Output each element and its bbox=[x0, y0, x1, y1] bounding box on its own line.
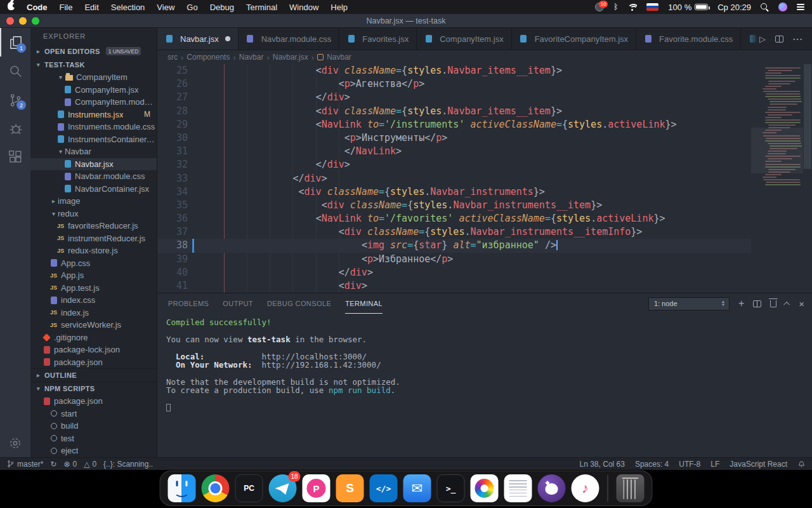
dock-music-icon[interactable] bbox=[572, 474, 599, 502]
menu-file[interactable]: File bbox=[60, 3, 73, 12]
code-line-25[interactable]: 25 <div className={styles.Navbar_items__… bbox=[157, 64, 751, 77]
split-terminal-icon[interactable] bbox=[753, 300, 761, 307]
dock-trash-icon[interactable] bbox=[617, 474, 645, 502]
editor-tab-navbar.jsx[interactable]: Navbar.jsx bbox=[157, 28, 239, 50]
menu-help[interactable]: Help bbox=[331, 3, 348, 12]
menu-selection[interactable]: Selection bbox=[111, 3, 145, 12]
code-line-37[interactable]: 37 <div className={styles.Navbar_instrum… bbox=[157, 225, 751, 239]
editor-scrollbar[interactable] bbox=[803, 64, 812, 293]
file-instrumentscontainer.jsx[interactable]: InstrumentsContainer.jsx bbox=[30, 133, 157, 146]
terminal-output[interactable]: Compiled successfully! You can now view … bbox=[157, 314, 812, 457]
run-button[interactable]: ▷ bbox=[759, 34, 766, 44]
panel-tab-terminal[interactable]: TERMINAL bbox=[345, 293, 383, 314]
activitybar-settings[interactable] bbox=[0, 429, 30, 457]
dock-pycharm-icon[interactable]: PC bbox=[235, 474, 263, 502]
breadcrumb-item-navbar[interactable]: Navbar bbox=[327, 53, 351, 62]
menu-go[interactable]: Go bbox=[187, 3, 197, 12]
menu-view[interactable]: View bbox=[157, 3, 174, 12]
dock-vscode-icon[interactable] bbox=[370, 474, 398, 502]
code-line-28[interactable]: 28 <div className={styles.Navbar_items__… bbox=[157, 105, 751, 118]
keyboard-layout-flag-icon[interactable] bbox=[646, 3, 658, 11]
file-companyitem.jsx[interactable]: CompanyItem.jsx bbox=[30, 84, 157, 97]
file-navbar.jsx[interactable]: Navbar.jsx bbox=[30, 158, 157, 171]
activitybar-explorer[interactable]: 1 bbox=[0, 28, 30, 57]
language-mode-status[interactable]: JavaScript React bbox=[730, 460, 787, 469]
folder-image[interactable]: ▸image bbox=[30, 195, 157, 208]
folder-companyitem[interactable]: ▾CompanyItem bbox=[30, 71, 157, 84]
file-package-lock.json[interactable]: package-lock.json bbox=[30, 344, 157, 356]
spotlight-search-icon[interactable] bbox=[761, 3, 769, 11]
wifi-icon[interactable] bbox=[627, 4, 637, 11]
file-.gitignore[interactable]: .gitignore bbox=[30, 331, 157, 344]
code-line-26[interactable]: 26 <p>Агенства</p> bbox=[157, 77, 751, 91]
dock-sublime-icon[interactable]: S bbox=[336, 474, 364, 502]
file-app.css[interactable]: App.css bbox=[30, 257, 157, 270]
more-actions-icon[interactable]: ··· bbox=[793, 34, 803, 44]
outline-section[interactable]: ▸ OUTLINE bbox=[30, 368, 157, 382]
file-app.js[interactable]: App.js bbox=[30, 269, 157, 282]
scrollbar-thumb[interactable] bbox=[804, 64, 811, 169]
file-favoritesreducer.js[interactable]: favoritesReducer.js bbox=[30, 220, 157, 232]
file-build[interactable]: build bbox=[30, 420, 157, 432]
folder-redux[interactable]: ▾redux bbox=[30, 208, 157, 220]
dock-telegram-icon[interactable]: 18 bbox=[269, 474, 297, 502]
editor-tab-favorites.jsx[interactable]: Favorites.jsx bbox=[339, 28, 417, 50]
file-start[interactable]: start bbox=[30, 408, 157, 420]
file-package.json[interactable]: package.json bbox=[30, 395, 157, 408]
npm-scripts-section[interactable]: ▾ NPM SCRIPTS bbox=[30, 382, 157, 395]
file-companyitem.module....[interactable]: CompanyItem.module.... bbox=[30, 96, 157, 109]
dock-terminal-icon[interactable] bbox=[437, 474, 465, 502]
breadcrumb-item-navbar[interactable]: Navbar bbox=[239, 53, 264, 62]
notifications-bell-icon[interactable] bbox=[797, 460, 806, 468]
file-navbar.module.css[interactable]: Navbar.module.css bbox=[30, 170, 157, 183]
cursor-position-status[interactable]: Ln 38, Col 63 bbox=[580, 460, 625, 469]
code-area[interactable]: 25 <div className={styles.Navbar_items__… bbox=[157, 64, 751, 293]
split-editor-icon[interactable] bbox=[775, 36, 783, 43]
file-instruments.module.css[interactable]: Instruments.module.css bbox=[30, 121, 157, 133]
code-line-31[interactable]: 31 </NavLink> bbox=[157, 145, 751, 158]
folder-navbar[interactable]: ▾Navbar bbox=[30, 145, 157, 158]
eol-status[interactable]: LF bbox=[710, 460, 719, 469]
minimap-viewport[interactable] bbox=[751, 128, 803, 173]
scanning-status[interactable]: {..}: Scanning.. bbox=[103, 460, 153, 469]
activitybar-search[interactable] bbox=[0, 57, 30, 85]
breadcrumb-item-navbar.jsx[interactable]: Navbar.jsx bbox=[273, 53, 308, 62]
editor-tab-navbar.module.css[interactable]: Navbar.module.css bbox=[239, 28, 340, 50]
dock-pink-p-icon[interactable]: P bbox=[303, 474, 331, 502]
maximize-panel-icon[interactable] bbox=[783, 301, 790, 307]
file-package.json[interactable]: package.json bbox=[30, 356, 157, 369]
code-line-40[interactable]: 40 </div> bbox=[157, 266, 751, 279]
dock-finder-icon[interactable] bbox=[168, 474, 196, 502]
menubar-app-status-icon[interactable]: 10 bbox=[595, 3, 604, 11]
git-branch-status[interactable]: master* bbox=[6, 460, 43, 469]
editor-tab-favorite.module.css[interactable]: Favorite.module.css bbox=[636, 28, 741, 50]
maximize-window-button[interactable] bbox=[32, 17, 39, 25]
activitybar-source-control[interactable]: 2 bbox=[0, 85, 30, 114]
minimap[interactable] bbox=[751, 64, 803, 293]
editor-tab-companyitem.jsx[interactable]: CompanyItem.jsx bbox=[417, 28, 511, 50]
close-window-button[interactable] bbox=[6, 17, 14, 25]
warnings-status[interactable]: △ 0 bbox=[84, 460, 96, 469]
code-line-30[interactable]: 30 <p>Инструменты</p> bbox=[157, 131, 751, 145]
dock-textedit-icon[interactable] bbox=[504, 474, 532, 502]
breadcrumb-item-components[interactable]: Components bbox=[187, 53, 230, 62]
dock-mail-icon[interactable] bbox=[403, 474, 431, 502]
file-navbarcontainer.jsx[interactable]: NavbarContainer.jsx bbox=[30, 183, 157, 196]
file-serviceworker.js[interactable]: serviceWorker.js bbox=[30, 319, 157, 331]
apple-menu-icon[interactable] bbox=[8, 2, 15, 12]
kill-terminal-icon[interactable] bbox=[770, 300, 776, 307]
code-line-35[interactable]: 35 <div className={styles.Navbar_instrum… bbox=[157, 199, 751, 212]
terminal-shell-select[interactable]: 1: node ▲▼ bbox=[648, 297, 730, 311]
editor-tab-favoritecompanyitem.jsx[interactable]: FavoriteCompanyItem.jsx bbox=[512, 28, 636, 50]
battery-status[interactable]: 100 % bbox=[668, 3, 708, 12]
menu-list-icon[interactable] bbox=[797, 4, 804, 10]
file-redux-store.js[interactable]: redux-store.js bbox=[30, 244, 157, 257]
open-editors-section[interactable]: ▸ OPEN EDITORS 1 UNSAVED bbox=[30, 44, 157, 58]
sync-button[interactable]: ↻ bbox=[50, 460, 56, 469]
code-line-33[interactable]: 33 </div> bbox=[157, 172, 751, 185]
code-line-29[interactable]: 29 <NavLink to='/instruments' activeClas… bbox=[157, 118, 751, 131]
code-line-34[interactable]: 34 <div className={styles.Navbar_instrum… bbox=[157, 185, 751, 199]
new-terminal-icon[interactable]: + bbox=[738, 298, 744, 309]
indentation-status[interactable]: Spaces: 4 bbox=[635, 460, 669, 469]
bluetooth-icon[interactable]: ᛒ bbox=[613, 3, 618, 11]
